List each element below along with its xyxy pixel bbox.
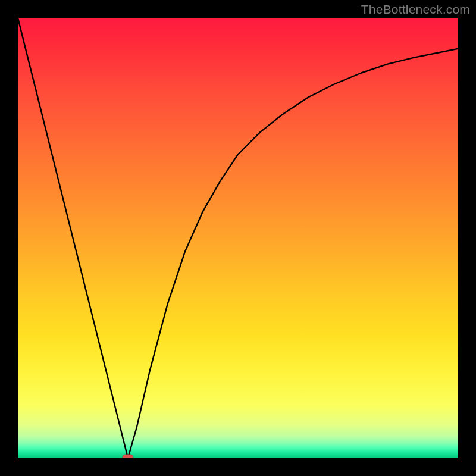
watermark-text: TheBottleneck.com xyxy=(361,2,470,17)
curve-layer xyxy=(18,18,458,458)
bottleneck-curve xyxy=(18,18,458,458)
minimum-marker xyxy=(123,455,133,458)
chart-frame: TheBottleneck.com xyxy=(0,0,476,476)
plot-area xyxy=(18,18,458,458)
